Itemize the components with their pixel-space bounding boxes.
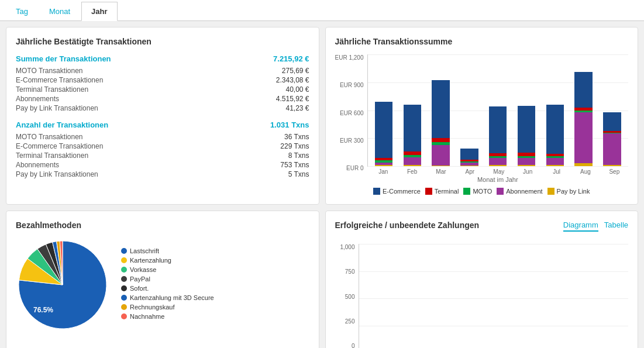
pie-legend-item: Lastschrift xyxy=(121,247,214,254)
terminal-sum-value: 40,00 € xyxy=(285,85,309,94)
bar-segment-paybylink xyxy=(460,166,478,166)
bar-group xyxy=(398,54,426,166)
x-axis-label: Aug xyxy=(571,167,599,175)
pie-legend-dot xyxy=(121,285,127,291)
abonnements-count-label: Abonnements xyxy=(16,161,59,169)
x-axis-label: Sep xyxy=(601,167,628,175)
legend-label: E-Commerce xyxy=(383,188,421,195)
bar-group xyxy=(456,54,483,166)
pie-legend-label: Kartenzahlung xyxy=(130,257,171,264)
paybylink-sum-label: Pay by Link Transaktionen xyxy=(16,104,98,112)
y-axis-label: EUR 1,200 xyxy=(335,54,364,61)
tab-tag[interactable]: Tag xyxy=(6,2,38,20)
y-axis-label: EUR 900 xyxy=(340,82,364,88)
ecommerce-sum-label: E-Commerce Transaktionen xyxy=(16,76,103,84)
pie-legend-label: PayPal xyxy=(130,275,150,282)
bar-segment-abonnement xyxy=(489,158,507,166)
ecommerce-count-row: E-Commerce Transaktionen 229 Txns xyxy=(16,142,309,150)
bar-segment-ecommerce xyxy=(489,106,507,153)
bar-stack xyxy=(603,112,621,166)
bar-group xyxy=(541,54,569,166)
moto-count-label: MOTO Transaktionen xyxy=(16,133,83,141)
bar-group xyxy=(427,54,454,166)
tabs-bar: Tag Monat Jahr xyxy=(0,0,644,21)
pie-container: 0,3% 76.5% LastschriftKartenzahlungVorka… xyxy=(16,238,309,332)
tab-monat[interactable]: Monat xyxy=(39,2,80,20)
pie-legend-dot xyxy=(121,248,127,254)
bar-segment-ecommerce xyxy=(375,102,392,157)
bar-group xyxy=(484,54,512,166)
bar-stack xyxy=(404,105,421,166)
x-axis-label: Jan xyxy=(370,167,397,175)
bar-segment-ecommerce xyxy=(518,106,535,153)
pie-legend-label: Lastschrift xyxy=(130,247,159,254)
bar-segment-ecommerce xyxy=(404,105,421,151)
bar-segment-paybylink xyxy=(404,165,421,166)
tab-diagramm[interactable]: Diagramm xyxy=(563,220,598,232)
pie-legend-label: Kartenzahlung mit 3D Secure xyxy=(130,294,214,301)
bar-stack xyxy=(432,80,449,166)
count-total-value: 1.031 Txns xyxy=(270,120,309,129)
bar-segment-paybylink xyxy=(603,165,621,166)
sum-label-link[interactable]: Summe der Transaktionen xyxy=(16,54,111,63)
bar-segment-abonnement xyxy=(603,133,621,165)
bar-group xyxy=(598,54,626,166)
success-chart-card: Erfolgreiche / unbeendete Zahlungen Diag… xyxy=(325,211,639,348)
bar-segment-ecommerce xyxy=(546,105,564,154)
count-label-link[interactable]: Anzahl der Transaktionen xyxy=(16,120,108,129)
pie-legend-item: Nachnahme xyxy=(121,313,214,320)
legend-item: E-Commerce xyxy=(373,188,421,195)
transaction-sum-card: Jährliche Transaktionssumme EUR 1,200EUR… xyxy=(325,27,639,205)
pie-legend-item: Vorkasse xyxy=(121,266,214,273)
legend-item: MOTO xyxy=(463,188,492,195)
x-axis-label: Jun xyxy=(514,167,541,175)
bar-segment-ecommerce xyxy=(460,149,478,160)
legend-color xyxy=(547,188,555,195)
abonnements-sum-label: Abonnements xyxy=(16,95,59,103)
success-y-axis: 1,0007505002500 xyxy=(335,244,359,348)
legend-item: Pay by Link xyxy=(547,188,590,195)
x-axis-label: Mar xyxy=(427,167,454,175)
bar-stack xyxy=(489,106,507,166)
bar-segment-paybylink xyxy=(518,165,535,166)
pie-legend-label: Rechnungskauf xyxy=(130,304,174,311)
y-axis-label: EUR 600 xyxy=(340,110,364,116)
pie-legend-item: Rechnungskauf xyxy=(121,304,214,311)
main-content: Jährliche Bestätigte Transaktionen Summe… xyxy=(0,21,644,348)
legend-color xyxy=(497,188,504,195)
success-chart-title: Erfolgreiche / unbeendete Zahlungen xyxy=(335,220,480,230)
success-y-label: 1,000 xyxy=(340,244,354,250)
success-bars-area: Lastsc...Karten...Vorka...PayPalSofort.K… xyxy=(359,244,629,348)
terminal-count-label: Terminal Transaktionen xyxy=(16,151,88,160)
sum-total-value: 7.215,92 € xyxy=(273,54,309,63)
success-y-label: 0 xyxy=(352,343,355,348)
pie-legend-item: PayPal xyxy=(121,275,214,282)
ecommerce-sum-row: E-Commerce Transaktionen 2.343,08 € xyxy=(16,76,309,84)
legend-color xyxy=(425,188,432,195)
bar-stack xyxy=(546,105,564,166)
tab-jahr[interactable]: Jahr xyxy=(81,2,117,21)
moto-sum-value: 275,69 € xyxy=(282,67,309,75)
bar-chart-inner: EUR 1,200EUR 900EUR 600EUR 300EUR 0 JanF… xyxy=(335,54,629,183)
x-axis-label: May xyxy=(485,167,512,175)
success-tabs: Diagramm Tabelle xyxy=(563,220,628,232)
terminal-count-row: Terminal Transaktionen 8 Txns xyxy=(16,151,309,160)
bar-chart: EUR 1,200EUR 900EUR 600EUR 300EUR 0 JanF… xyxy=(335,54,629,195)
terminal-sum-label: Terminal Transaktionen xyxy=(16,85,88,94)
tab-tabelle[interactable]: Tabelle xyxy=(604,220,628,232)
legend-label: MOTO xyxy=(473,188,492,195)
success-y-label: 250 xyxy=(345,318,355,325)
success-y-label: 500 xyxy=(345,294,355,300)
bar-segment-abonnement xyxy=(404,157,421,165)
success-bar-groups xyxy=(359,244,629,348)
bar-segment-abonnement xyxy=(518,158,535,166)
ecommerce-sum-value: 2.343,08 € xyxy=(276,76,309,84)
confirmed-transactions-card: Jährliche Bestätigte Transaktionen Summe… xyxy=(6,27,319,205)
pie-small-label: 0,3% xyxy=(22,319,35,326)
bar-segment-abonnement xyxy=(574,112,592,164)
abonnements-sum-row: Abonnements 4.515,92 € xyxy=(16,95,309,103)
terminal-sum-row: Terminal Transaktionen 40,00 € xyxy=(16,85,309,94)
x-axis-title: Monat im Jahr xyxy=(367,176,629,183)
bar-segment-paybylink xyxy=(432,166,449,166)
y-axis-label: EUR 300 xyxy=(340,137,364,144)
